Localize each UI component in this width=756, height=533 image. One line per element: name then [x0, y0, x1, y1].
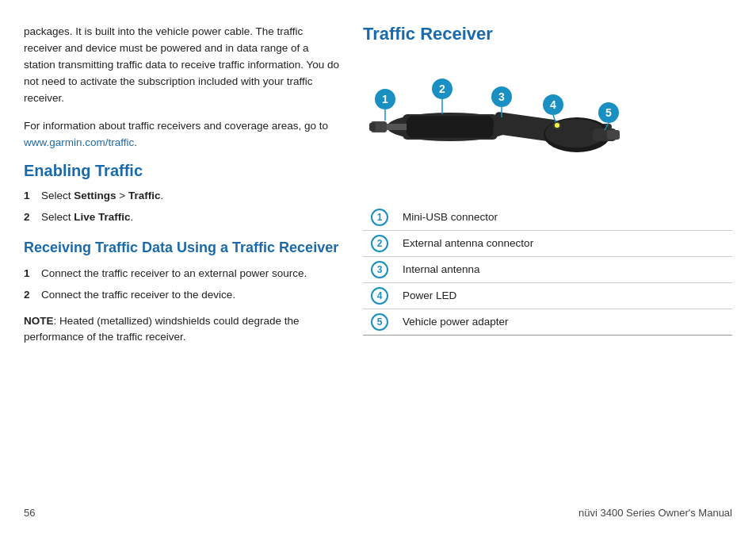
svg-rect-5	[369, 123, 376, 131]
note-content: : Heated (metallized) windshields could …	[24, 315, 299, 343]
coverage-text: For information about traffic receivers …	[24, 120, 328, 132]
note-paragraph: NOTE: Heated (metallized) windshields co…	[24, 313, 339, 347]
svg-text:3: 3	[498, 90, 505, 103]
svg-rect-11	[607, 130, 620, 140]
circle-1: 1	[371, 209, 388, 226]
circle-4: 4	[371, 287, 388, 305]
part-label-1: Mini-USB connector	[403, 211, 498, 223]
right-column: Traffic Receiver	[355, 24, 732, 509]
recv-step-text-2: Connect the traffic receiver to the devi…	[41, 287, 339, 304]
svg-text:2: 2	[439, 82, 445, 95]
part-label-3: Internal antenna	[403, 263, 480, 275]
parts-table: 1 Mini-USB connector 2 External antenna …	[363, 205, 732, 336]
part-num-cell-5: 5	[363, 309, 396, 336]
part-label-cell-5: Vehicle power adapter	[396, 309, 732, 336]
enabling-traffic-title: Enabling Traffic	[24, 162, 339, 180]
part-num-cell-4: 4	[363, 283, 396, 309]
part-label-4: Power LED	[403, 290, 456, 301]
circle-3: 3	[371, 261, 388, 278]
enabling-step-1: 1 Select Settings > Traffic.	[24, 188, 339, 205]
table-row: 2 External antenna connector	[363, 231, 732, 257]
recv-step-num-1: 1	[24, 266, 41, 282]
coverage-paragraph: For information about traffic receivers …	[24, 118, 339, 151]
part-label-2: External antenna connector	[403, 237, 533, 249]
page-number: 56	[24, 507, 35, 519]
svg-text:5: 5	[605, 106, 612, 119]
recv-step-text-1: Connect the traffic receiver to an exter…	[41, 266, 339, 282]
circle-5: 5	[371, 313, 388, 331]
footer: 56 nüvi 3400 Series Owner's Manual	[24, 507, 732, 519]
note-bold: NOTE	[24, 315, 54, 327]
garmin-link[interactable]: www.garmin.com/traffic	[24, 136, 134, 148]
step-num-1: 1	[24, 188, 41, 205]
part-label-cell-1: Mini-USB connector	[396, 205, 732, 231]
recv-step-num-2: 2	[24, 287, 41, 304]
part-label-cell-2: External antenna connector	[396, 231, 732, 257]
receiving-step-1: 1 Connect the traffic receiver to an ext…	[24, 266, 339, 282]
part-num-cell-1: 1	[363, 205, 396, 231]
receiving-traffic-title: Receiving Traffic Data Using a Traffic R…	[24, 239, 339, 257]
enabling-steps-list: 1 Select Settings > Traffic. 2 Select Li…	[24, 188, 339, 226]
intro-text: packages. It is built into the vehicle p…	[24, 25, 339, 104]
step-num-2: 2	[24, 209, 41, 226]
table-row: 5 Vehicle power adapter	[363, 309, 732, 336]
receiving-steps-list: 1 Connect the traffic receiver to an ext…	[24, 266, 339, 304]
step-text-1: Select Settings > Traffic.	[41, 188, 339, 205]
intro-paragraph: packages. It is built into the vehicle p…	[24, 24, 339, 107]
part-num-cell-2: 2	[363, 231, 396, 257]
svg-rect-6	[407, 116, 494, 138]
table-row: 3 Internal antenna	[363, 257, 732, 283]
step-text-2: Select Live Traffic.	[41, 209, 339, 226]
receiving-step-2: 2 Connect the traffic receiver to the de…	[24, 287, 339, 304]
table-row: 4 Power LED	[363, 283, 732, 309]
part-label-cell-3: Internal antenna	[396, 257, 732, 283]
circle-2: 2	[371, 235, 388, 252]
part-label-5: Vehicle power adapter	[403, 316, 509, 328]
left-column: packages. It is built into the vehicle p…	[24, 24, 355, 509]
part-label-cell-4: Power LED	[396, 283, 732, 309]
traffic-receiver-diagram: 1 2 3 4 5	[363, 56, 732, 198]
enabling-step-2: 2 Select Live Traffic.	[24, 209, 339, 226]
svg-text:4: 4	[550, 98, 556, 111]
manual-title: nüvi 3400 Series Owner's Manual	[578, 507, 732, 519]
part-num-cell-3: 3	[363, 257, 396, 283]
traffic-receiver-title: Traffic Receiver	[363, 24, 732, 44]
table-row: 1 Mini-USB connector	[363, 205, 732, 231]
diagram-svg: 1 2 3 4 5	[363, 56, 632, 190]
svg-text:1: 1	[382, 93, 388, 105]
svg-point-13	[555, 123, 559, 128]
page: packages. It is built into the vehicle p…	[0, 0, 756, 533]
